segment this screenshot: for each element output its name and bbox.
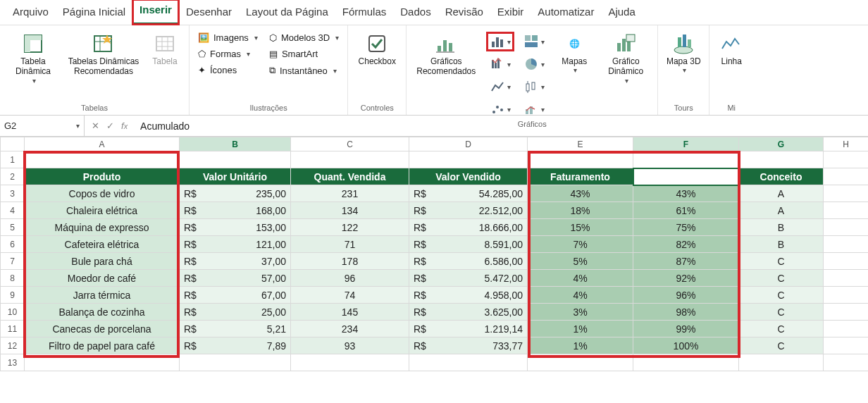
column-chart-button[interactable]: ▾ [487,32,514,51]
models3d-button[interactable]: ⬡Modelos 3D▾ [265,31,343,44]
cell-conceito[interactable]: B [739,219,824,236]
menu-exibir[interactable]: Exibir [490,1,531,25]
col-header-G[interactable]: G [739,137,824,151]
images-button[interactable]: 🖼️Imagens▾ [194,31,262,44]
cell-valor-unitario[interactable]: R$37,00 [180,253,291,270]
row-header[interactable]: 2 [1,168,25,185]
cell-quant[interactable]: 134 [291,202,409,219]
row-header[interactable]: 12 [1,337,25,354]
cell-quant[interactable]: 96 [291,270,409,287]
grid[interactable]: ABCDEFGHI 1 2ProdutoValor UnitárioQuant.… [0,137,868,371]
menu-desenhar[interactable]: Desenhar [179,1,239,25]
menu-automatizar[interactable]: Automatizar [531,1,601,25]
header-H[interactable]: Conceito [739,168,824,185]
cell-valor-unitario[interactable]: R$67,00 [180,287,291,304]
row-header[interactable]: 6 [1,236,25,253]
cell-produto[interactable]: Balança de cozinha [25,304,180,321]
cell-quant[interactable]: 71 [291,236,409,253]
pie-chart-button[interactable]: ▾ [521,55,547,73]
row-header[interactable]: 5 [1,219,25,236]
menu-página-inicial[interactable]: Página Inicial [56,1,132,25]
cell-acumulado[interactable]: 98% [633,304,739,321]
cell-faturamento[interactable]: 1% [528,337,633,354]
row-header[interactable]: 8 [1,270,25,287]
cell-acumulado[interactable]: 100% [633,337,739,354]
menu-dados[interactable]: Dados [393,1,438,25]
cell-conceito[interactable]: C [739,253,824,270]
cell-acumulado[interactable]: 92% [633,270,739,287]
cell-quant[interactable]: 74 [291,287,409,304]
cell-produto[interactable]: Chaleira elétrica [25,202,180,219]
cell-valor-vendido[interactable]: R$18.666,00 [409,219,528,236]
fx-icon[interactable]: fx [121,120,128,131]
cell-valor-unitario[interactable]: R$57,00 [180,270,291,287]
cell-produto[interactable]: Cafeteira elétrica [25,236,180,253]
cell-valor-unitario[interactable]: R$153,00 [180,219,291,236]
col-header-B[interactable]: B [180,137,291,151]
header-E[interactable]: Valor Vendido [409,168,528,185]
cell-faturamento[interactable]: 43% [528,185,633,202]
recommended-pivot-button[interactable]: Tabelas Dinâmicas Recomendadas [65,28,142,80]
cell-faturamento[interactable]: 15% [528,219,633,236]
cell-acumulado[interactable]: 43% [633,185,739,202]
cell-quant[interactable]: 178 [291,253,409,270]
cell-faturamento[interactable]: 3% [528,304,633,321]
row-header[interactable]: 7 [1,253,25,270]
cell-acumulado[interactable]: 96% [633,287,739,304]
cell-valor-unitario[interactable]: R$235,00 [180,185,291,202]
cancel-icon[interactable]: ✕ [92,120,99,131]
cell-valor-vendido[interactable]: R$5.472,00 [409,270,528,287]
cell-acumulado[interactable]: 75% [633,219,739,236]
col-header-D[interactable]: D [409,137,528,151]
header-C[interactable]: Valor Unitário [180,168,291,185]
cell-valor-unitario[interactable]: R$168,00 [180,202,291,219]
cell-valor-vendido[interactable]: R$1.219,14 [409,321,528,337]
cell-conceito[interactable]: C [739,321,824,337]
cell-acumulado[interactable]: 82% [633,236,739,253]
cell-conceito[interactable]: C [739,337,824,354]
cell-valor-unitario[interactable]: R$5,21 [180,321,291,337]
statistic-chart-button[interactable]: ▾ [521,78,547,96]
cell-quant[interactable]: 145 [291,304,409,321]
cell-quant[interactable]: 93 [291,337,409,354]
row-header[interactable]: 10 [1,304,25,321]
cell-faturamento[interactable]: 7% [528,236,633,253]
enter-icon[interactable]: ✓ [106,120,114,131]
header-B[interactable]: Produto [25,168,180,185]
header-D[interactable]: Quant. Vendida [291,168,409,185]
cell-valor-vendido[interactable]: R$4.958,00 [409,287,528,304]
menu-revisão[interactable]: Revisão [438,1,490,25]
cell-conceito[interactable]: C [739,287,824,304]
row-header[interactable]: 3 [1,185,25,202]
pivot-chart-button[interactable]: Gráfico Dinâmico▾ [598,28,653,88]
cell-quant[interactable]: 234 [291,321,409,337]
shapes-button[interactable]: ⬠Formas▾ [194,47,262,61]
row-header[interactable]: 11 [1,321,25,337]
cell-conceito[interactable]: C [739,304,824,321]
cell-valor-unitario[interactable]: R$121,00 [180,236,291,253]
cell-conceito[interactable]: B [739,236,824,253]
sparkline-line-button[interactable]: Linha [714,28,749,69]
col-header-H[interactable]: H [824,137,869,151]
cell-produto[interactable]: Copos de vidro [25,185,180,202]
icons-button[interactable]: ✦Ícones [194,63,262,77]
cell-produto[interactable]: Canecas de porcelana [25,321,180,337]
map3d-button[interactable]: Mapa 3D▾ [662,28,705,78]
menu-fórmulas[interactable]: Fórmulas [335,1,394,25]
cell-conceito[interactable]: A [739,202,824,219]
name-box[interactable]: G2▾ [0,116,85,136]
cell-conceito[interactable]: A [739,185,824,202]
cell-faturamento[interactable]: 5% [528,253,633,270]
cell-faturamento[interactable]: 1% [528,321,633,337]
row-header[interactable]: 13 [1,354,25,371]
combo-chart-button[interactable]: ▾ [521,100,547,118]
cell-acumulado[interactable]: 61% [633,202,739,219]
col-header-F[interactable]: F [633,137,739,151]
cell-valor-unitario[interactable]: R$25,00 [180,304,291,321]
cell-valor-vendido[interactable]: R$3.625,00 [409,304,528,321]
cell-acumulado[interactable]: 87% [633,253,739,270]
cell-produto[interactable]: Bule para chá [25,253,180,270]
cell-faturamento[interactable]: 18% [528,202,633,219]
cell-conceito[interactable]: C [739,270,824,287]
cell-valor-vendido[interactable]: R$733,77 [409,337,528,354]
